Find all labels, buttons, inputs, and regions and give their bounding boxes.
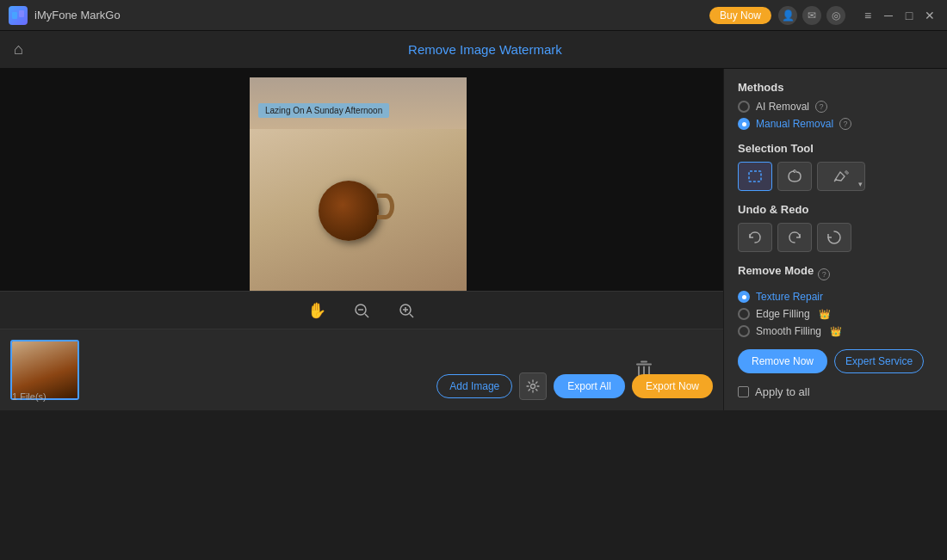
svg-line-8	[410, 314, 413, 317]
image-viewport: Lazing On A Sunday Afternoon	[0, 69, 723, 291]
apply-to-all-row: Apply to all	[738, 385, 933, 398]
bottom-actions: Add Image Export All Export Now	[436, 372, 713, 400]
expert-service-button[interactable]: Expert Service	[834, 349, 924, 373]
image-area: Lazing On A Sunday Afternoon ✋	[0, 69, 723, 329]
maximize-icon[interactable]: □	[901, 7, 918, 24]
remove-mode-help-icon[interactable]: ?	[818, 268, 830, 280]
svg-rect-15	[749, 171, 761, 182]
svg-rect-1	[19, 10, 24, 17]
remove-mode-options: Texture Repair Edge Filling 👑 Smooth Fil…	[738, 291, 933, 337]
photo-cup	[319, 181, 379, 241]
pen-select-button[interactable]: ▾	[817, 162, 865, 191]
edge-filling-radio[interactable]	[738, 308, 750, 320]
user-icon[interactable]: 👤	[778, 6, 797, 25]
svg-rect-9	[636, 364, 652, 366]
photo-mock: Lazing On A Sunday Afternoon	[250, 77, 467, 291]
help-circle-icon[interactable]: ◎	[826, 6, 845, 25]
selection-tools: ▾	[738, 162, 933, 191]
undo-button[interactable]	[738, 223, 772, 252]
photo-cup-handle	[377, 194, 394, 219]
texture-repair-label: Texture Repair	[756, 291, 823, 303]
right-panel: Methods AI Removal ? Manual Removal ? Se…	[723, 69, 947, 410]
edge-filling-label: Edge Filling	[756, 308, 810, 320]
zoom-out-button[interactable]	[348, 297, 375, 324]
ai-help-icon[interactable]: ?	[815, 101, 827, 113]
undo-redo-buttons	[738, 223, 933, 252]
app-name: iMyFone MarkGo	[34, 9, 703, 22]
home-icon[interactable]: ⌂	[14, 40, 23, 58]
add-image-button[interactable]: Add Image	[436, 374, 512, 398]
svg-point-14	[531, 385, 535, 389]
undo-redo-section: Undo & Redo	[738, 203, 933, 252]
pan-tool-button[interactable]: ✋	[303, 297, 331, 324]
svg-rect-10	[641, 361, 647, 363]
ai-removal-radio[interactable]	[738, 101, 750, 113]
manual-removal-option[interactable]: Manual Removal ?	[738, 118, 933, 130]
image-container: Lazing On A Sunday Afternoon	[250, 69, 467, 291]
minimize-icon[interactable]: ─	[880, 7, 897, 24]
app-logo	[9, 6, 28, 25]
smooth-filling-crown-icon: 👑	[830, 326, 842, 337]
texture-repair-radio[interactable]	[738, 291, 750, 303]
remove-now-button[interactable]: Remove Now	[738, 349, 827, 373]
photo-top	[250, 77, 467, 129]
close-icon[interactable]: ✕	[921, 7, 938, 24]
smooth-filling-label: Smooth Filling	[756, 325, 821, 337]
settings-button[interactable]	[519, 372, 547, 400]
file-count: 1 File(s)	[12, 391, 46, 402]
undo-redo-title: Undo & Redo	[738, 203, 933, 216]
methods-title: Methods	[738, 81, 933, 94]
action-buttons: Remove Now Expert Service	[738, 349, 933, 373]
bottom-strip: 1 File(s) Add Image	[0, 329, 723, 410]
page-title: Remove Image Watermark	[37, 42, 933, 57]
mail-icon[interactable]: ✉	[802, 6, 821, 25]
manual-help-icon[interactable]: ?	[839, 118, 851, 130]
menu-icon[interactable]: ≡	[859, 7, 876, 24]
selection-tool-title: Selection Tool	[738, 142, 933, 155]
export-all-button[interactable]: Export All	[554, 374, 625, 398]
redo-button[interactable]	[777, 223, 812, 252]
manual-removal-radio[interactable]	[738, 118, 750, 130]
texture-repair-option[interactable]: Texture Repair	[738, 291, 933, 303]
edge-filling-option[interactable]: Edge Filling 👑	[738, 308, 933, 320]
svg-line-4	[365, 314, 368, 317]
methods-radio-group: AI Removal ? Manual Removal ?	[738, 101, 933, 130]
svg-marker-18	[845, 170, 849, 175]
black-left	[0, 69, 250, 291]
main-content: Lazing On A Sunday Afternoon ✋	[0, 69, 947, 410]
buy-now-button[interactable]: Buy Now	[709, 7, 771, 24]
header: ⌂ Remove Image Watermark	[0, 31, 947, 69]
remove-mode-title: Remove Mode	[738, 264, 814, 277]
manual-removal-label: Manual Removal	[756, 118, 833, 130]
export-now-button[interactable]: Export Now	[632, 374, 713, 398]
thumbnail-image	[12, 342, 77, 398]
edge-filling-crown-icon: 👑	[819, 309, 831, 320]
photo-middle	[250, 129, 467, 291]
black-right	[646, 69, 723, 291]
image-toolbar: ✋	[0, 291, 723, 329]
zoom-in-button[interactable]	[393, 297, 420, 324]
apply-all-label: Apply to all	[755, 385, 810, 398]
selection-tool-section: Selection Tool	[738, 142, 933, 191]
smooth-filling-radio[interactable]	[738, 325, 750, 337]
apply-all-checkbox[interactable]	[738, 386, 749, 397]
remove-mode-section: Remove Mode ? Texture Repair Edge Fillin…	[738, 264, 933, 337]
left-panel: Lazing On A Sunday Afternoon ✋	[0, 69, 723, 410]
titlebar: iMyFone MarkGo Buy Now 👤 ✉ ◎ ≡ ─ □ ✕	[0, 0, 947, 31]
reset-button[interactable]	[817, 223, 851, 252]
methods-section: Methods AI Removal ? Manual Removal ?	[738, 81, 933, 130]
ai-removal-label: AI Removal	[756, 101, 809, 113]
ai-removal-option[interactable]: AI Removal ?	[738, 101, 933, 113]
lasso-select-button[interactable]	[777, 162, 812, 191]
smooth-filling-option[interactable]: Smooth Filling 👑	[738, 325, 933, 337]
svg-rect-0	[12, 12, 17, 19]
rect-select-button[interactable]	[738, 162, 772, 191]
